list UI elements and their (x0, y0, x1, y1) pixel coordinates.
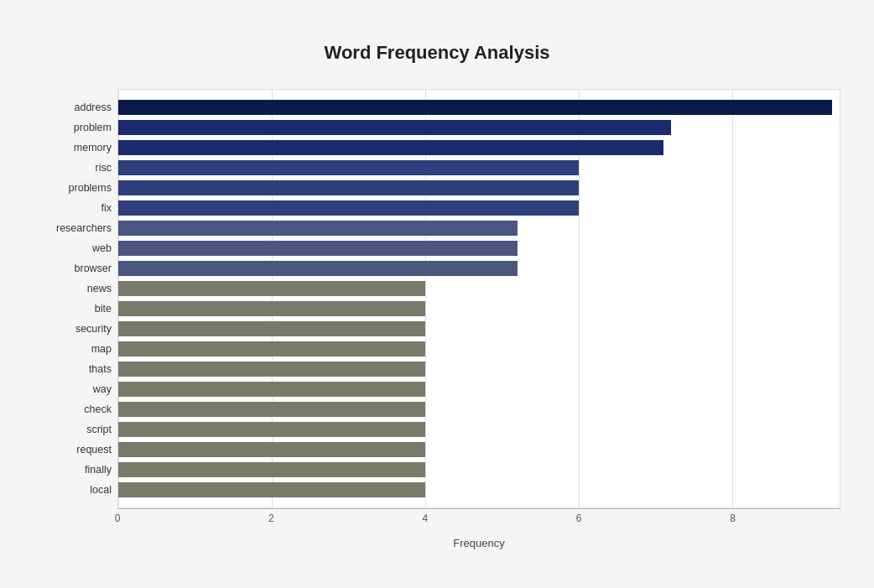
bar-label: address (36, 98, 118, 117)
bar-label: check (36, 400, 118, 419)
chart-plot: addressproblemmemoryriscproblemsfixresea… (117, 89, 840, 508)
bar-label: thats (36, 360, 118, 378)
bar-label: web (36, 239, 118, 258)
bar-row: check (118, 400, 840, 419)
bar-row: script (118, 420, 840, 439)
bar-row: fix (118, 199, 840, 217)
bar (118, 301, 425, 316)
bar (118, 140, 663, 155)
bar-label: finally (36, 461, 118, 479)
bar (118, 100, 832, 115)
bar-row: researchers (118, 219, 840, 237)
bar (118, 221, 518, 236)
bar-label: fix (36, 199, 118, 217)
bar-label: bite (36, 299, 118, 318)
bar-label: researchers (36, 219, 118, 237)
x-tick-label: 8 (730, 513, 736, 524)
bar (118, 180, 579, 195)
bar (118, 241, 518, 256)
bar-label: risc (36, 159, 118, 177)
bar-row: problem (118, 118, 840, 137)
bar-row: security (118, 320, 840, 338)
bar-row: finally (118, 461, 840, 479)
bar-label: request (36, 440, 118, 459)
bar (118, 120, 671, 135)
bar (118, 422, 425, 437)
chart-container: Word Frequency Analysis addressproblemme… (17, 17, 857, 588)
bar-row: bite (118, 299, 840, 318)
x-tick-label: 6 (576, 513, 582, 524)
x-axis: 02468 Frequency (117, 508, 840, 549)
bar-row: web (118, 239, 840, 258)
bar-row: map (118, 340, 840, 358)
bar-label: memory (36, 138, 118, 157)
bar-row: problems (118, 179, 840, 197)
bar-row: address (118, 98, 840, 117)
bar (118, 402, 425, 417)
bar (118, 321, 425, 336)
bar (118, 160, 579, 175)
bar-label: problem (36, 118, 118, 137)
bar (118, 362, 425, 377)
bar-label: browser (36, 259, 118, 278)
bar-row: local (118, 481, 840, 499)
bar-row: browser (118, 259, 840, 278)
bar-label: way (36, 380, 118, 398)
bar (118, 281, 425, 296)
bar-label: local (36, 481, 118, 499)
x-tick-label: 2 (268, 513, 274, 524)
x-tick-label: 0 (115, 513, 121, 524)
bar (118, 341, 425, 356)
bar (118, 261, 518, 276)
x-axis-label: Frequency (117, 537, 840, 549)
bar-row: thats (118, 360, 840, 378)
bar-label: problems (36, 179, 118, 197)
bar-label: script (36, 420, 118, 439)
bar-label: news (36, 279, 118, 298)
bar (118, 382, 425, 397)
bar-row: risc (118, 159, 840, 177)
bar-row: way (118, 380, 840, 398)
bar (118, 462, 425, 477)
x-tick-label: 4 (422, 513, 428, 524)
bar-label: security (36, 320, 118, 338)
bar-row: news (118, 279, 840, 298)
bar-label: map (36, 340, 118, 358)
bar (118, 442, 425, 457)
bar (118, 482, 425, 497)
chart-title: Word Frequency Analysis (34, 34, 840, 72)
bar-row: memory (118, 138, 840, 157)
bar (118, 200, 579, 216)
bar-row: request (118, 440, 840, 459)
